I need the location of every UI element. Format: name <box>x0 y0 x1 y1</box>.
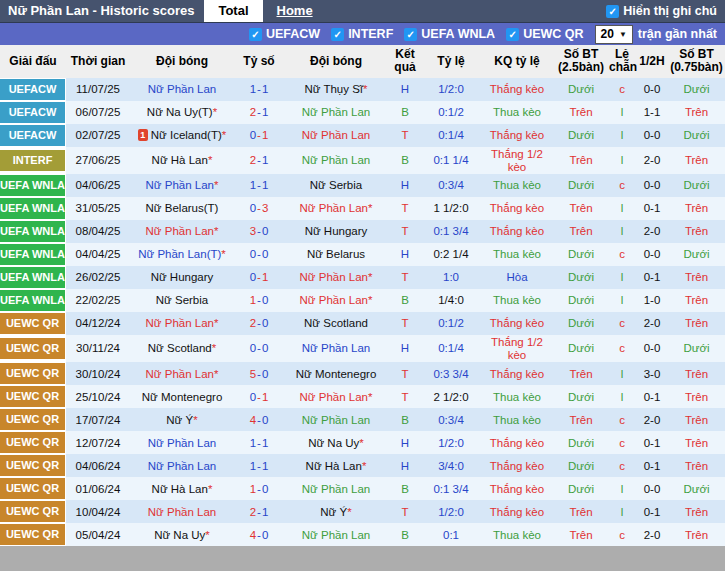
home-team-name[interactable]: Nữ Hungary <box>151 271 214 283</box>
home-team-name[interactable]: Nữ Phần Lan(T) <box>138 248 221 260</box>
away-team-name[interactable]: Nữ Phần Lan <box>302 529 370 541</box>
column-header-1: Thời gian <box>66 45 130 78</box>
away-team-name[interactable]: Nữ Phần Lan <box>302 342 370 354</box>
home-team-name[interactable]: Nữ Hà Lan <box>152 154 208 166</box>
away-team-name[interactable]: Nữ Phần Lan <box>302 483 370 495</box>
away-team-name[interactable]: Nữ Phần Lan <box>302 414 370 426</box>
home-team-name[interactable]: Nữ Na Uy(T) <box>147 106 213 118</box>
away-goals: 0 <box>262 414 268 426</box>
away-team-name[interactable]: Nữ Scotland <box>304 317 368 329</box>
home-team-name[interactable]: Nữ Montenegro <box>142 391 223 403</box>
home-team-name[interactable]: Nữ Phần Lan <box>146 225 214 237</box>
away-team: Nữ Phần Lan <box>284 147 388 174</box>
away-team-name[interactable]: Nữ Hungary <box>305 225 368 237</box>
halftime-score: 0-0 <box>636 124 668 147</box>
home-team-name[interactable]: Nữ Phần Lan <box>148 506 216 518</box>
match-date: 12/07/24 <box>66 431 130 454</box>
star-marker: * <box>368 202 372 214</box>
home-team: Nữ Na Uy(T)* <box>130 101 234 124</box>
home-team-name[interactable]: Nữ Serbia <box>156 294 208 306</box>
over-under-075: Dưới <box>668 335 725 362</box>
away-team-name[interactable]: Nữ Phần Lan <box>302 129 370 141</box>
halftime-score: 0-0 <box>636 174 668 197</box>
away-team-name[interactable]: Nữ Ý <box>320 506 347 518</box>
match-score: 1-1 <box>234 431 284 454</box>
check-icon[interactable]: ✓ <box>331 28 344 41</box>
filter-league-2[interactable]: ✓UEFA WNLA <box>404 27 495 41</box>
away-team-name[interactable]: Nữ Montenegro <box>296 368 377 380</box>
handicap-odds: 0:1/4 <box>422 124 480 147</box>
home-team-name[interactable]: Nữ Iceland(T) <box>151 129 222 141</box>
tab-total[interactable]: Total <box>204 0 262 22</box>
halftime-score: 0-0 <box>636 78 668 101</box>
home-team-name[interactable]: Nữ Phần Lan <box>148 83 216 95</box>
handicap-odds: 1 1/2:0 <box>422 197 480 220</box>
match-count-select[interactable]: 20 ▼ <box>595 25 633 44</box>
check-icon[interactable]: ✓ <box>606 5 619 18</box>
league-badge: UEWC QR <box>0 478 65 499</box>
show-notes-toggle[interactable]: ✓ Hiển thị ghi chú <box>606 0 725 22</box>
odds-result: Thua kèo <box>480 408 554 431</box>
match-date: 08/04/25 <box>66 220 130 243</box>
check-icon[interactable]: ✓ <box>404 28 417 41</box>
home-team-name[interactable]: Nữ Ý <box>166 414 193 426</box>
away-goals: 1 <box>262 179 268 191</box>
filter-league-0[interactable]: ✓UEFACW <box>249 27 320 41</box>
odd-even: l <box>608 197 636 220</box>
away-team-name[interactable]: Nữ Phần Lan <box>300 271 368 283</box>
away-team-name[interactable]: Nữ Hà Lan <box>306 460 362 472</box>
home-team-name[interactable]: Nữ Phần Lan <box>148 460 216 472</box>
handicap-odds: 0:2 1/4 <box>422 243 480 266</box>
home-team-name[interactable]: Nữ Belarus(T) <box>146 202 219 214</box>
odd-even: l <box>608 289 636 312</box>
away-team-name[interactable]: Nữ Phần Lan <box>300 202 368 214</box>
league-cell: UEFACW <box>0 124 66 147</box>
odds-result: Thắng kèo <box>480 220 554 243</box>
column-header-9: Lẻ chẵn <box>608 45 636 78</box>
home-team-name[interactable]: Nữ Scotland <box>148 342 212 354</box>
recent-matches-label: trận gần nhất <box>638 27 717 41</box>
home-team-name[interactable]: Nữ Phần Lan <box>146 317 214 329</box>
home-team-name[interactable]: Nữ Na Uy <box>154 529 205 541</box>
halftime-score: 0-1 <box>636 197 668 220</box>
odd-even: c <box>608 431 636 454</box>
away-team-name[interactable]: Nữ Belarus <box>307 248 365 260</box>
odd-even: l <box>608 101 636 124</box>
away-team-name[interactable]: Nữ Phần Lan <box>300 294 368 306</box>
home-team: Nữ Phần Lan* <box>130 362 234 385</box>
check-icon[interactable]: ✓ <box>249 28 262 41</box>
away-team-name[interactable]: Nữ Phần Lan <box>302 154 370 166</box>
match-score: 0-0 <box>234 243 284 266</box>
odds-result: Thắng 1/2 kèo <box>480 147 554 174</box>
over-under-075: Dưới <box>668 78 725 101</box>
check-icon[interactable]: ✓ <box>506 28 519 41</box>
over-under-075: Trên <box>668 289 725 312</box>
caret-down-icon: ▼ <box>619 26 627 43</box>
away-team-name[interactable]: Nữ Thụy Sĩ <box>304 83 363 95</box>
away-team-name[interactable]: Nữ Na Uy <box>308 437 359 449</box>
filter-league-3[interactable]: ✓UEWC QR <box>506 27 583 41</box>
away-team: Nữ Phần Lan* <box>284 266 388 289</box>
away-team-name[interactable]: Nữ Phần Lan <box>302 106 370 118</box>
away-team-name[interactable]: Nữ Serbia <box>310 179 362 191</box>
match-row: UEWC QR30/10/24Nữ Phần Lan*5-0Nữ Montene… <box>0 362 725 385</box>
tab-home[interactable]: Home <box>263 0 327 22</box>
home-team-name[interactable]: Nữ Phần Lan <box>146 179 214 191</box>
match-date: 01/06/24 <box>66 477 130 500</box>
away-goals: 1 <box>262 271 268 283</box>
away-goals: 0 <box>262 529 268 541</box>
home-team-name[interactable]: Nữ Hà Lan <box>152 483 208 495</box>
match-score: 4-0 <box>234 523 284 546</box>
match-score: 0-3 <box>234 197 284 220</box>
filter-league-1[interactable]: ✓INTERF <box>331 27 393 41</box>
away-team-name[interactable]: Nữ Phần Lan <box>300 391 368 403</box>
home-team-name[interactable]: Nữ Phần Lan <box>148 437 216 449</box>
filter-league-label: UEFA WNLA <box>421 27 495 41</box>
home-team-name[interactable]: Nữ Phần Lan <box>146 368 214 380</box>
over-under-075: Trên <box>668 312 725 335</box>
handicap-odds: 0:1 1/4 <box>422 147 480 174</box>
result-letter: B <box>388 147 422 174</box>
over-under-075: Trên <box>668 101 725 124</box>
league-badge: UEWC QR <box>0 501 65 522</box>
over-under-25: Dưới <box>554 335 608 362</box>
